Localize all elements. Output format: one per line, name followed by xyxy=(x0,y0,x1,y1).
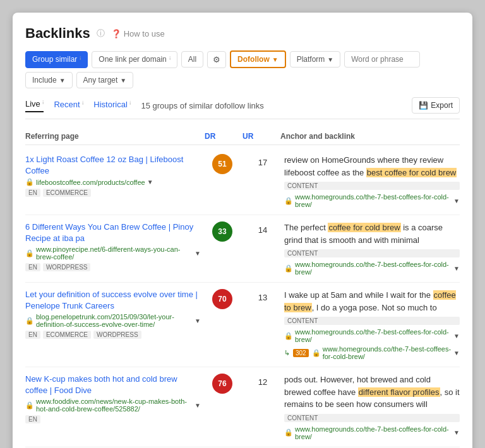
row-title-0[interactable]: 1x Light Roast Coffee 12 oz Bag | Lifebo… xyxy=(25,154,201,177)
anchor-text-3: pods out. However, hot brewed and cold b… xyxy=(284,374,460,411)
domain-chevron-icon: ▼ xyxy=(195,250,201,257)
col-anchor-backlink: Anchor and backlink xyxy=(280,132,460,141)
backlink-text-1[interactable]: www.homegrounds.co/the-7-best-coffees-fo… xyxy=(295,261,452,276)
group-similar-button[interactable]: Group similar ⁱ xyxy=(25,51,88,68)
row-title-1[interactable]: 6 Different Ways You Can Brew Coffee | P… xyxy=(25,221,201,244)
export-icon: 💾 xyxy=(419,101,428,110)
tag-badge: EN xyxy=(25,415,40,423)
backlink-chevron-icon: ▼ xyxy=(453,197,460,204)
col-ur[interactable]: UR xyxy=(242,132,280,141)
group-similar-info-icon: ⁱ xyxy=(80,55,81,64)
how-to-use-link[interactable]: ❓ How to use xyxy=(111,29,165,38)
table-header: Referring page DR UR Anchor and backlink xyxy=(25,128,460,145)
row-tags-3: EN xyxy=(25,415,201,423)
backlink-url-2[interactable]: 🔒 www.homegrounds.co/the-7-best-coffees-… xyxy=(284,328,460,343)
backlink-chevron-icon: ▼ xyxy=(453,429,460,436)
any-target-button[interactable]: Any target ▼ xyxy=(76,72,134,88)
all-button[interactable]: All xyxy=(181,51,203,68)
tabs-bar: Live ⁱ Recent ⁱ Historical ⁱ 15 groups o… xyxy=(25,97,460,119)
platform-button[interactable]: Platform ▼ xyxy=(290,51,341,68)
backlink-lock-icon: 🔒 xyxy=(284,197,293,205)
domain-chevron-icon: ▼ xyxy=(147,179,153,186)
row-tags-2: ENECOMMERCEWORDPRESS xyxy=(25,331,201,339)
row-domain-3[interactable]: 🔒 www.fooddive.com/news/new-k-cup-makes-… xyxy=(25,398,201,413)
dr-circle-1: 33 xyxy=(212,221,232,242)
highlight-text-3: different flavor profiles xyxy=(358,387,440,397)
tab-live[interactable]: Live ⁱ xyxy=(25,99,44,112)
tab-recent[interactable]: Recent ⁱ xyxy=(54,100,83,112)
ur-value-1: 14 xyxy=(244,221,282,276)
page-title: Backlinks xyxy=(25,25,90,42)
dr-badge-1: 33 xyxy=(203,221,241,276)
redirect-row-2: ↳ 302 🔒 www.homegrounds.co/the-7-best-co… xyxy=(284,345,460,360)
tab-historical[interactable]: Historical ⁱ xyxy=(93,100,131,112)
export-button[interactable]: 💾 Export xyxy=(412,97,460,114)
content-badge-2: CONTENT xyxy=(284,317,460,325)
tag-badge: ECOMMERCE xyxy=(43,189,91,197)
include-chevron-icon: ▼ xyxy=(59,77,66,84)
anchor-text-1: The perfect coffee for cold brew is a co… xyxy=(284,221,460,246)
row-title-3[interactable]: New K-cup makes both hot and cold brew c… xyxy=(25,374,201,396)
anchor-text-2: I wake up at 5am and while I wait for th… xyxy=(284,289,460,314)
settings-button[interactable]: ⚙ xyxy=(207,51,226,68)
tag-badge: WORDPRESS xyxy=(43,263,91,271)
lock-icon: 🔒 xyxy=(25,401,34,410)
toolbar: Group similar ⁱ One link per domain ⁱ Al… xyxy=(25,50,460,88)
table-row: New K-cup makes both hot and cold brew c… xyxy=(25,367,460,447)
historical-info-icon: ⁱ xyxy=(129,100,131,109)
row-right-1: The perfect coffee for cold brew is a co… xyxy=(284,221,460,276)
content-badge-0: CONTENT xyxy=(284,182,460,190)
live-info-icon: ⁱ xyxy=(42,99,44,109)
dofollow-chevron-icon: ▼ xyxy=(272,56,278,63)
word-phrase-input[interactable] xyxy=(344,51,420,68)
backlink-text-3[interactable]: www.homegrounds.co/the-7-best-coffees-fo… xyxy=(295,425,452,440)
backlink-chevron-icon: ▼ xyxy=(453,265,460,272)
dr-circle-0: 51 xyxy=(212,154,232,174)
tag-badge: EN xyxy=(25,263,40,271)
backlink-lock-icon: 🔒 xyxy=(284,428,293,437)
row-left-0: 1x Light Roast Coffee 12 oz Bag | Lifebo… xyxy=(25,154,201,208)
title-info-icon[interactable]: ⓘ xyxy=(97,28,105,39)
include-button[interactable]: Include ▼ xyxy=(25,72,73,88)
backlink-url-1[interactable]: 🔒 www.homegrounds.co/the-7-best-coffees-… xyxy=(284,261,460,276)
redirect-chevron-icon: ▼ xyxy=(453,350,460,357)
tag-badge: ECOMMERCE xyxy=(43,331,91,339)
ur-value-3: 12 xyxy=(244,374,282,440)
row-left-1: 6 Different Ways You Can Brew Coffee | P… xyxy=(25,221,201,276)
row-title-2[interactable]: Let your definition of success evolve ov… xyxy=(25,289,201,312)
gear-icon: ⚙ xyxy=(213,55,220,64)
table-body: 1x Light Roast Coffee 12 oz Bag | Lifebo… xyxy=(25,148,460,448)
row-left-2: Let your definition of success evolve ov… xyxy=(25,289,201,360)
dr-badge-3: 76 xyxy=(203,374,241,440)
recent-info-icon: ⁱ xyxy=(82,100,83,109)
row-domain-0[interactable]: 🔒 lifeboostcoffee.com/products/coffee ▼ xyxy=(25,178,201,186)
content-badge-3: CONTENT xyxy=(284,414,460,422)
dr-circle-2: 70 xyxy=(212,289,232,309)
col-dr[interactable]: DR xyxy=(205,132,242,141)
lock-icon: 🔒 xyxy=(25,178,34,186)
domain-chevron-icon: ▼ xyxy=(195,317,201,324)
row-domain-2[interactable]: 🔒 blog.penelopetrunk.com/2015/09/30/let-… xyxy=(25,313,201,328)
redirect-badge-2: 302 xyxy=(293,349,309,357)
row-left-3: New K-cup makes both hot and cold brew c… xyxy=(25,374,201,440)
dr-badge-2: 70 xyxy=(203,289,241,360)
one-link-per-domain-button[interactable]: One link per domain ⁱ xyxy=(92,51,177,68)
dofollow-button[interactable]: Dofollow ▼ xyxy=(230,50,286,68)
tab-description: 15 groups of similar dofollow links xyxy=(141,101,402,110)
row-domain-1[interactable]: 🔒 www.pinoyrecipe.net/6-different-ways-y… xyxy=(25,245,201,261)
content-badge-1: CONTENT xyxy=(284,249,460,257)
lock-icon: 🔒 xyxy=(25,317,34,325)
backlink-lock-icon: 🔒 xyxy=(284,332,293,340)
backlink-url-3[interactable]: 🔒 www.homegrounds.co/the-7-best-coffees-… xyxy=(284,425,460,440)
backlink-chevron-icon: ▼ xyxy=(453,333,460,339)
backlink-url-0[interactable]: 🔒 www.homegrounds.co/the-7-best-coffees-… xyxy=(284,193,460,208)
backlink-text-0[interactable]: www.homegrounds.co/the-7-best-coffees-fo… xyxy=(295,193,452,208)
tag-badge: EN xyxy=(25,189,40,197)
backlink-lock-icon: 🔒 xyxy=(284,264,293,273)
redirect-url-2[interactable]: www.homegrounds.co/the-7-best-coffees-fo… xyxy=(323,345,452,360)
highlight-text-1: coffee for cold brew xyxy=(328,223,400,232)
highlight-text-0: best coffee for cold brew xyxy=(366,168,457,177)
backlink-text-2[interactable]: www.homegrounds.co/the-7-best-coffees-fo… xyxy=(295,328,452,343)
dr-circle-3: 76 xyxy=(212,374,232,394)
table-row: 6 Different Ways You Can Brew Coffee | P… xyxy=(25,215,460,283)
